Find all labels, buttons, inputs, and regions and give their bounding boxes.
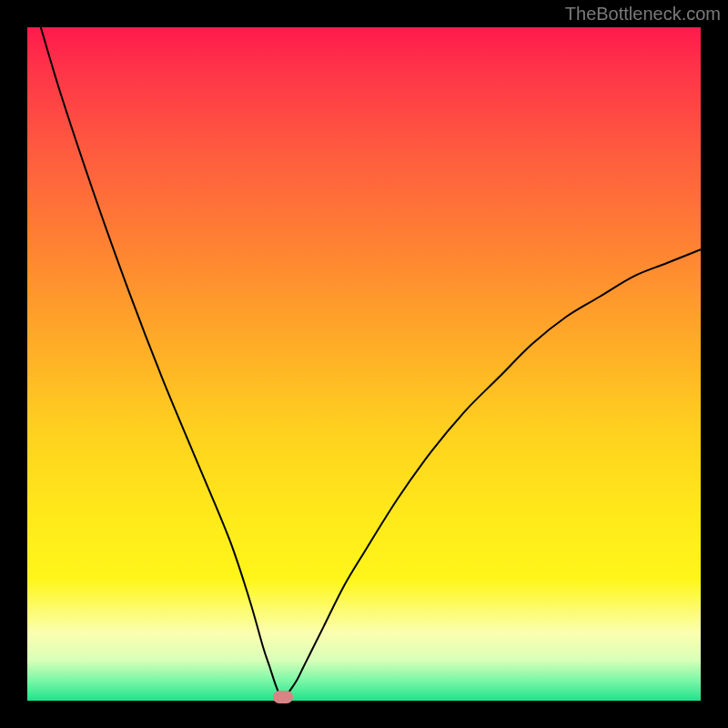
- chart-frame: TheBottleneck.com: [0, 0, 728, 728]
- plot-area: [27, 27, 701, 701]
- watermark-label: TheBottleneck.com: [565, 4, 721, 25]
